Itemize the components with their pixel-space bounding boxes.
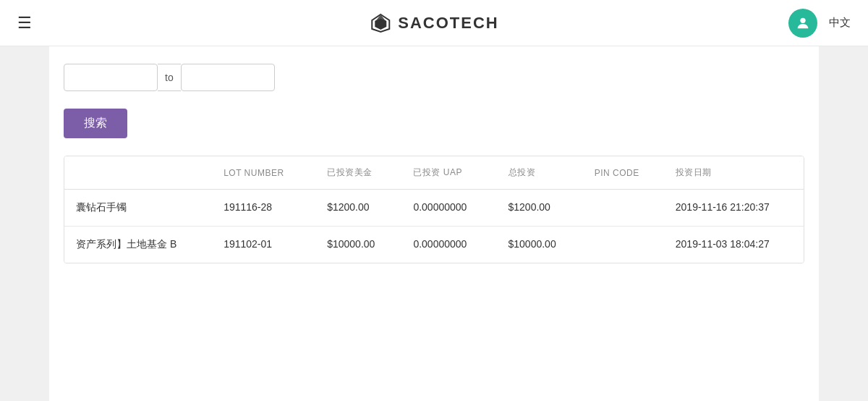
language-label[interactable]: 中文 xyxy=(829,16,851,30)
col-header-invest-date: 投资日期 xyxy=(664,156,804,190)
svg-point-3 xyxy=(800,17,805,22)
col-header-lot-number: LOT NUMBER xyxy=(212,156,315,190)
search-button[interactable]: 搜索 xyxy=(64,109,127,138)
cell-pin_code xyxy=(583,227,664,263)
avatar[interactable] xyxy=(788,9,817,38)
header-left: ☰ xyxy=(17,14,32,33)
cell-invested_uap: 0.00000000 xyxy=(401,227,496,263)
header-right: 中文 xyxy=(788,9,851,38)
col-header-pin-code: PIN CODE xyxy=(583,156,664,190)
cell-invested_uap: 0.00000000 xyxy=(401,190,496,227)
col-header-invested-uap: 已投资 UAP xyxy=(401,156,496,190)
cell-invested_usd: $1200.00 xyxy=(315,190,401,227)
svg-marker-1 xyxy=(375,17,386,30)
table-row: 囊钻石手镯191116-28$1200.000.00000000$1200.00… xyxy=(64,190,804,227)
brand-name: SACOTECH xyxy=(398,14,498,33)
to-separator: to xyxy=(158,64,181,91)
cell-invested_usd: $10000.00 xyxy=(315,227,401,263)
investments-table: LOT NUMBER 已投资美金 已投资 UAP 总投资 PIN CODE 投资… xyxy=(64,156,804,263)
user-icon xyxy=(795,15,811,31)
cell-total_invest: $10000.00 xyxy=(497,227,583,263)
cell-lot_number: 191116-28 xyxy=(212,190,315,227)
header: ☰ SACOTECH 中文 xyxy=(0,0,868,46)
logo-icon xyxy=(369,12,392,35)
cell-pin_code xyxy=(583,190,664,227)
date-to-input[interactable] xyxy=(181,64,275,91)
date-filter-row: to xyxy=(64,64,804,91)
main-content: to 搜索 LOT NUMBER 已投资美金 已投资 UAP 总投资 PIN C… xyxy=(49,46,819,401)
header-center: SACOTECH xyxy=(369,12,498,35)
cell-invest_date: 2019-11-16 21:20:37 xyxy=(664,190,804,227)
table-header-row: LOT NUMBER 已投资美金 已投资 UAP 总投资 PIN CODE 投资… xyxy=(64,156,804,190)
cell-lot_number: 191102-01 xyxy=(212,227,315,263)
col-header-invested-usd: 已投资美金 xyxy=(315,156,401,190)
menu-icon[interactable]: ☰ xyxy=(17,14,32,33)
cell-total_invest: $1200.00 xyxy=(497,190,583,227)
cell-invest_date: 2019-11-03 18:04:27 xyxy=(664,227,804,263)
col-header-total-invest: 总投资 xyxy=(497,156,583,190)
cell-name: 囊钻石手镯 xyxy=(64,190,212,227)
table-row: 资产系列】土地基金 B191102-01$10000.000.00000000$… xyxy=(64,227,804,263)
cell-name: 资产系列】土地基金 B xyxy=(64,227,212,263)
date-from-input[interactable] xyxy=(64,64,158,91)
investments-table-container: LOT NUMBER 已投资美金 已投资 UAP 总投资 PIN CODE 投资… xyxy=(64,156,804,263)
col-header-name xyxy=(64,156,212,190)
